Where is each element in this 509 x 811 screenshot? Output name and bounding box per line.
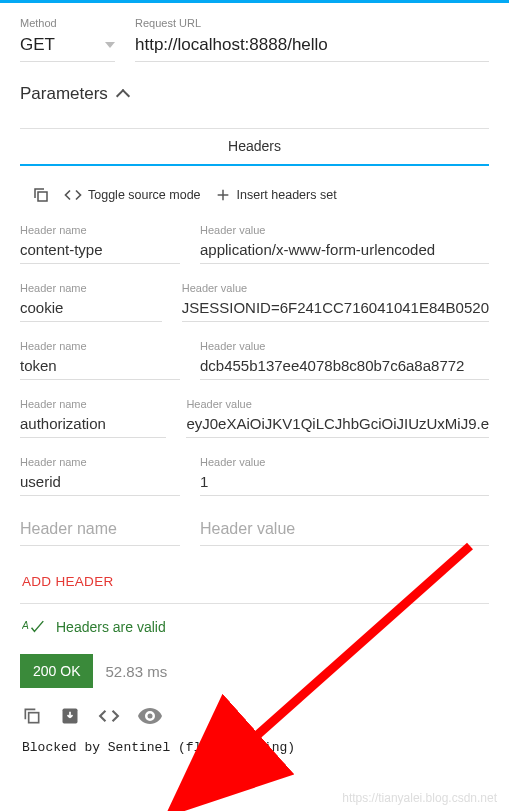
response-body: Blocked by Sentinel (flow limiting) [20, 736, 489, 759]
download-icon[interactable] [60, 706, 80, 726]
header-value-label: Header value [186, 398, 489, 410]
chevron-down-icon [105, 42, 115, 48]
new-header-name-field[interactable]: Header name [20, 514, 180, 546]
response-toolbar [20, 688, 489, 736]
parameters-title: Parameters [20, 84, 108, 104]
code-icon[interactable] [98, 708, 120, 724]
header-value-value: dcb455b137ee4078b8c80b7c6a8a8772 [200, 355, 489, 380]
tab-active-indicator [20, 164, 489, 166]
main-content: Method GET Request URL http://localhost:… [0, 3, 509, 759]
chevron-up-icon [118, 87, 128, 101]
header-value-value: 1 [200, 471, 489, 496]
add-header-button[interactable]: ADD HEADER [20, 564, 489, 603]
copy-icon[interactable] [22, 706, 42, 726]
method-select[interactable]: Method GET [20, 17, 115, 62]
header-name-label: Header name [20, 456, 180, 468]
tab-headers[interactable]: Headers [20, 128, 489, 164]
header-name-label: Header name [20, 398, 166, 410]
svg-point-6 [148, 714, 153, 719]
plus-icon [215, 187, 231, 203]
validation-text: Headers are valid [56, 619, 166, 635]
method-label: Method [20, 17, 115, 29]
new-header-value-field[interactable]: Header value [200, 514, 489, 546]
header-name-value: cookie [20, 297, 162, 322]
url-field[interactable]: Request URL http://localhost:8888/hello [135, 17, 489, 62]
eye-icon[interactable] [138, 708, 162, 724]
header-value-field[interactable]: Header value1 [200, 456, 489, 496]
header-name-field[interactable]: Header nameauthorization [20, 398, 166, 438]
header-value-label: Header value [200, 340, 489, 352]
header-name-label: Header name [20, 282, 162, 294]
svg-rect-0 [38, 192, 47, 201]
insert-headers-label: Insert headers set [237, 188, 337, 202]
header-value-value: JSESSIONID=6F241CC716041041E84B0520 [182, 297, 489, 322]
response-status-row: 200 OK 52.83 ms [20, 654, 489, 688]
insert-headers-set-button[interactable]: Insert headers set [215, 187, 337, 203]
watermark: https://tianyalei.blog.csdn.net [342, 791, 497, 805]
text-check-icon: A [22, 618, 44, 636]
header-value-field[interactable]: Header valuedcb455b137ee4078b8c80b7c6a8a… [200, 340, 489, 380]
header-row: Header nametokenHeader valuedcb455b137ee… [20, 340, 489, 380]
header-value-label: Header value [200, 456, 489, 468]
code-icon [64, 188, 82, 202]
response-time: 52.83 ms [105, 663, 167, 680]
copy-icon[interactable] [32, 186, 50, 204]
parameters-toggle[interactable]: Parameters [20, 84, 489, 104]
empty-header-row: Header name Header value [20, 514, 489, 546]
method-value-wrapper: GET [20, 33, 115, 62]
headers-list: Header namecontent-typeHeader valueappli… [20, 224, 489, 496]
toggle-source-label: Toggle source mode [88, 188, 201, 202]
header-name-field[interactable]: Header nameuserid [20, 456, 180, 496]
header-row: Header namecontent-typeHeader valueappli… [20, 224, 489, 264]
header-name-label: Header name [20, 340, 180, 352]
url-label: Request URL [135, 17, 489, 29]
svg-text:A: A [22, 620, 29, 631]
new-header-name-placeholder: Header name [20, 514, 180, 546]
request-line: Method GET Request URL http://localhost:… [20, 17, 489, 62]
header-name-value: token [20, 355, 180, 380]
tabstrip: Headers [20, 128, 489, 166]
header-name-label: Header name [20, 224, 180, 236]
header-value-label: Header value [200, 224, 489, 236]
status-badge: 200 OK [20, 654, 93, 688]
validation-row: A Headers are valid [20, 604, 489, 650]
url-value: http://localhost:8888/hello [135, 33, 489, 62]
header-name-value: content-type [20, 239, 180, 264]
header-name-field[interactable]: Header nametoken [20, 340, 180, 380]
headers-toolbar: Toggle source mode Insert headers set [20, 182, 489, 224]
header-value-value: application/x-www-form-urlencoded [200, 239, 489, 264]
new-header-value-placeholder: Header value [200, 514, 489, 546]
header-name-field[interactable]: Header namecookie [20, 282, 162, 322]
header-name-value: userid [20, 471, 180, 496]
header-value-field[interactable]: Header valueeyJ0eXAiOiJKV1QiLCJhbGciOiJI… [186, 398, 489, 438]
header-row: Header nameuseridHeader value1 [20, 456, 489, 496]
header-value-label: Header value [182, 282, 489, 294]
header-name-value: authorization [20, 413, 166, 438]
tab-top-divider [20, 128, 489, 129]
header-value-field[interactable]: Header valueapplication/x-www-form-urlen… [200, 224, 489, 264]
header-name-field[interactable]: Header namecontent-type [20, 224, 180, 264]
toggle-source-mode-button[interactable]: Toggle source mode [64, 188, 201, 202]
method-value: GET [20, 35, 55, 55]
header-value-field[interactable]: Header valueJSESSIONID=6F241CC716041041E… [182, 282, 489, 322]
svg-rect-4 [29, 713, 39, 723]
header-value-value: eyJ0eXAiOiJKV1QiLCJhbGciOiJIUzUxMiJ9.e [186, 413, 489, 438]
header-row: Header nameauthorizationHeader valueeyJ0… [20, 398, 489, 438]
header-row: Header namecookieHeader valueJSESSIONID=… [20, 282, 489, 322]
